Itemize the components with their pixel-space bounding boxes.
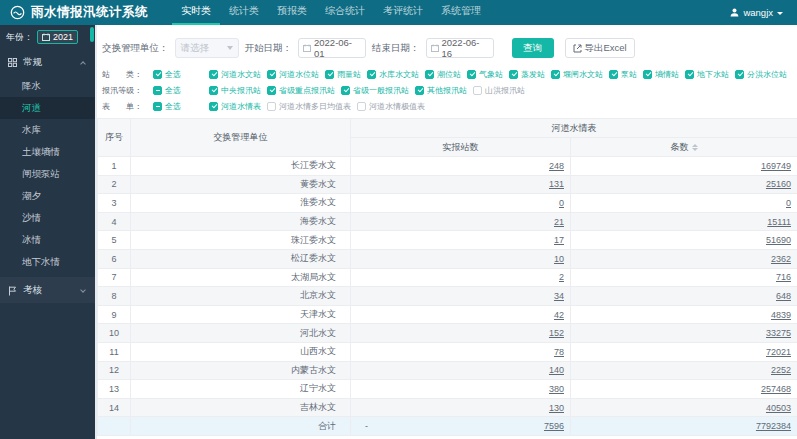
stations-count-link[interactable]: 380 xyxy=(549,384,564,394)
checkbox-option[interactable]: 潮位站 xyxy=(425,69,461,80)
query-button[interactable]: 查询 xyxy=(512,38,554,58)
end-date-input[interactable]: 2022-06-16 xyxy=(426,38,494,58)
checkbox-option[interactable]: 河道水位站 xyxy=(267,69,319,80)
records-count-link[interactable]: 2362 xyxy=(771,254,791,264)
checkbox[interactable] xyxy=(367,70,376,79)
checkbox-option[interactable]: 墒情站 xyxy=(643,69,679,80)
stations-count-link[interactable]: 78 xyxy=(554,347,564,357)
records-count-link[interactable]: 51690 xyxy=(766,235,791,245)
sidebar-item[interactable]: 地下水情 xyxy=(0,251,95,273)
checkbox-option[interactable]: 全选 xyxy=(153,69,209,80)
col-header-records[interactable]: 条数 xyxy=(571,138,797,157)
checkbox-option[interactable]: 泵站 xyxy=(609,69,637,80)
checkbox-option[interactable]: 省级一般报汛站 xyxy=(341,85,409,96)
stations-count-link[interactable]: 10 xyxy=(554,254,564,264)
checkbox-option[interactable]: 全选 xyxy=(153,101,209,112)
checkbox[interactable] xyxy=(415,86,424,95)
sidebar-group-bottom[interactable]: 考核 xyxy=(0,277,95,303)
checkbox-option[interactable]: 河道水情多日均值表 xyxy=(267,101,351,112)
stations-count-link[interactable]: 17 xyxy=(554,235,564,245)
stations-count-link[interactable]: 21 xyxy=(554,217,564,227)
checkbox[interactable] xyxy=(209,102,218,111)
sidebar-item[interactable]: 水库 xyxy=(0,119,95,141)
checkbox-option[interactable]: 省级重点报汛站 xyxy=(267,85,335,96)
checkbox[interactable] xyxy=(643,70,652,79)
checkbox-option[interactable]: 全选 xyxy=(153,85,209,96)
records-count-link[interactable]: 169749 xyxy=(761,161,791,171)
checkbox[interactable] xyxy=(341,86,350,95)
records-count-link[interactable]: 40503 xyxy=(766,403,791,413)
checkbox[interactable] xyxy=(153,102,162,111)
summary-stations-link[interactable]: 7596 xyxy=(544,421,564,431)
stations-count-link[interactable]: 2 xyxy=(559,272,564,282)
checkbox-option[interactable]: 中央报汛站 xyxy=(209,85,261,96)
unit-select[interactable]: 请选择 xyxy=(175,38,239,58)
sidebar-scrollbar[interactable] xyxy=(90,27,94,42)
stations-count-link[interactable]: 248 xyxy=(549,161,564,171)
checkbox[interactable] xyxy=(209,70,218,79)
nav-tab[interactable]: 考评统计 xyxy=(374,0,432,25)
checkbox-option[interactable]: 山洪报汛站 xyxy=(473,85,525,96)
records-count-link[interactable]: 72021 xyxy=(766,347,791,357)
checkbox-option[interactable]: 河道水文站 xyxy=(209,69,261,80)
records-count-link[interactable]: 257468 xyxy=(761,384,791,394)
checkbox[interactable] xyxy=(551,70,560,79)
checkbox-option[interactable]: 河道水情极值表 xyxy=(357,101,425,112)
records-count-link[interactable]: 15111 xyxy=(767,217,791,227)
stations-count-link[interactable]: 140 xyxy=(549,365,564,375)
checkbox[interactable] xyxy=(735,70,744,79)
sidebar-item[interactable]: 河道 xyxy=(0,97,95,119)
start-date-input[interactable]: 2022-06-01 xyxy=(298,38,366,58)
checkbox-option[interactable]: 堰闸水文站 xyxy=(551,69,603,80)
checkbox[interactable] xyxy=(609,70,618,79)
checkbox[interactable] xyxy=(267,70,276,79)
checkbox[interactable] xyxy=(467,70,476,79)
records-count-link[interactable]: 4839 xyxy=(771,310,791,320)
sidebar-item[interactable]: 降水 xyxy=(0,75,95,97)
checkbox-option[interactable]: 气象站 xyxy=(467,69,503,80)
stations-count-link[interactable]: 0 xyxy=(559,198,564,208)
checkbox[interactable] xyxy=(325,70,334,79)
records-count-link[interactable]: 648 xyxy=(776,291,791,301)
year-picker[interactable]: 2021 xyxy=(37,30,78,44)
checkbox[interactable] xyxy=(267,86,276,95)
records-count-link[interactable]: 2252 xyxy=(771,365,791,375)
nav-tab[interactable]: 系统管理 xyxy=(432,0,490,25)
records-count-link[interactable]: 716 xyxy=(776,272,791,282)
checkbox-option[interactable]: 河道水情表 xyxy=(209,101,261,112)
records-count-link[interactable]: 25160 xyxy=(766,179,791,189)
sidebar-item[interactable]: 潮夕 xyxy=(0,185,95,207)
checkbox[interactable] xyxy=(357,102,366,111)
nav-tab[interactable]: 综合统计 xyxy=(316,0,374,25)
checkbox[interactable] xyxy=(267,102,276,111)
checkbox[interactable] xyxy=(509,70,518,79)
sort-caret-icon[interactable] xyxy=(692,144,698,151)
checkbox-option[interactable]: 其他报汛站 xyxy=(415,85,467,96)
nav-tab[interactable]: 统计类 xyxy=(220,0,268,25)
stations-count-link[interactable]: 152 xyxy=(549,328,564,338)
stations-count-link[interactable]: 42 xyxy=(554,310,564,320)
checkbox[interactable] xyxy=(473,86,482,95)
sidebar-item[interactable]: 闸坝泵站 xyxy=(0,163,95,185)
checkbox[interactable] xyxy=(153,86,162,95)
nav-tab[interactable]: 实时类 xyxy=(172,0,220,25)
user-menu[interactable]: wangjx xyxy=(730,7,797,18)
checkbox[interactable] xyxy=(425,70,434,79)
sidebar-item[interactable]: 土壤墒情 xyxy=(0,141,95,163)
nav-tab[interactable]: 预报类 xyxy=(268,0,316,25)
export-excel-button[interactable]: 导出Excel xyxy=(565,38,635,58)
records-count-link[interactable]: 33275 xyxy=(766,328,791,338)
sidebar-item[interactable]: 沙情 xyxy=(0,207,95,229)
checkbox-option[interactable]: 水库水文站 xyxy=(367,69,419,80)
stations-count-link[interactable]: 34 xyxy=(554,291,564,301)
checkbox-option[interactable]: 分洪水位站 xyxy=(735,69,787,80)
checkbox[interactable] xyxy=(209,86,218,95)
records-count-link[interactable]: 0 xyxy=(786,198,791,208)
checkbox[interactable] xyxy=(685,70,694,79)
sidebar-group-main[interactable]: 常规 xyxy=(0,49,95,75)
sidebar-item[interactable]: 冰情 xyxy=(0,229,95,251)
checkbox-option[interactable]: 蒸发站 xyxy=(509,69,545,80)
stations-count-link[interactable]: 130 xyxy=(549,403,564,413)
checkbox-option[interactable]: 地下水站 xyxy=(685,69,729,80)
checkbox[interactable] xyxy=(153,70,162,79)
